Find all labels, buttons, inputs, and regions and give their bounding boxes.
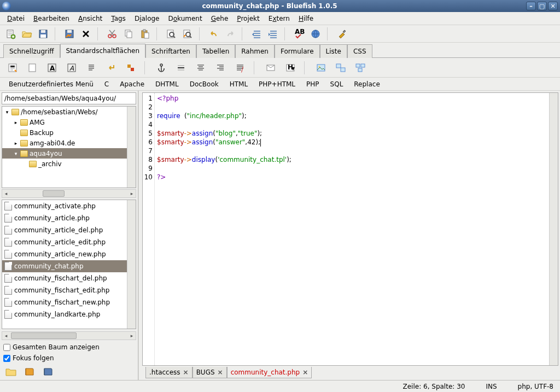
file-row[interactable]: community_landkarte.php [2,308,136,320]
file-list[interactable]: community_activate.phpcommunity_article.… [2,200,136,329]
find-icon[interactable] [164,27,178,41]
menu-gehe[interactable]: Gehe [207,13,232,24]
editor-tab[interactable]: BUGS× [192,367,227,378]
tree-scrollbar[interactable] [127,107,136,188]
maximize-button[interactable]: ▢ [537,2,547,10]
expand-icon[interactable]: ▾ [4,109,10,115]
menu-ansicht[interactable]: Ansicht [74,13,106,24]
tool-tab-formulare[interactable]: Formulare [275,44,320,58]
menu-dokument[interactable]: Dokument [165,13,206,24]
close-button[interactable]: ✕ [548,2,558,10]
sub-item-sql[interactable]: SQL [326,79,348,90]
menu-bearbeiten[interactable]: Bearbeiten [30,13,73,24]
editor[interactable]: 12345678910 <?php require ("inc/header.p… [142,92,558,366]
tool-tab-schriftarten[interactable]: Schriftarten [145,44,196,58]
hrule-icon[interactable] [173,60,189,76]
preferences-icon[interactable] [335,27,349,41]
quickstart-icon[interactable] [4,60,21,76]
tool-tab-schnellzugriff[interactable]: Schnellzugriff [3,44,60,58]
email-icon[interactable] [262,60,279,76]
redo-icon[interactable] [223,27,237,41]
code-content[interactable]: <?php require ("inc/header.php"); $smart… [155,93,558,365]
center-icon[interactable] [192,60,209,76]
sub-item-apache[interactable]: Apache [115,79,149,90]
copy-icon[interactable] [121,27,136,41]
menu-tags[interactable]: Tags [107,13,130,24]
anchor-icon[interactable] [153,60,170,76]
file-row[interactable]: community_article_new.php [2,248,136,260]
sub-item-dhtml[interactable]: DHTML [151,79,183,90]
expand-icon[interactable]: ▸ [13,141,19,146]
tree-row[interactable]: ▾/home/sebastian/Webs/ [2,107,136,117]
close-tab-icon[interactable]: × [218,368,223,376]
italic-icon[interactable]: A [63,60,80,76]
sub-item-php-html[interactable]: PHP+HTML [254,79,300,90]
tree-row[interactable]: ▸amg-abi04.de [2,138,136,148]
tool-tab-css[interactable]: CSS [347,44,372,58]
comment-icon[interactable]: / [232,60,248,76]
splitter[interactable] [138,91,142,380]
bold-icon[interactable]: A [44,60,60,76]
tool-tab-liste[interactable]: Liste [320,44,347,58]
close-tab-icon[interactable]: × [302,368,308,376]
thumbnail-icon[interactable] [332,60,349,76]
editor-tab[interactable]: community_chat.php× [227,367,312,378]
sub-item-php[interactable]: PHP [302,79,324,90]
preview-icon[interactable] [308,27,323,41]
heading-icon[interactable]: H▾ [282,60,299,76]
close-doc-icon[interactable] [79,27,93,41]
paragraph-icon[interactable] [83,60,100,76]
new-file-icon[interactable] [3,27,18,41]
minimize-button[interactable]: – [526,2,536,10]
sub-item-benutzerdefiniertes-men-[interactable]: Benutzerdefiniertes Menü [4,79,98,90]
image-icon[interactable] [313,60,329,76]
tool-tab-standardschaltflächen[interactable]: Standardschaltflächen [60,44,146,58]
menu-projekt[interactable]: Projekt [233,13,263,24]
unindent-icon[interactable] [249,27,264,41]
file-row[interactable]: community_fischart_edit.php [2,284,136,296]
save-as-icon[interactable] [62,27,77,41]
undo-icon[interactable] [207,27,221,41]
cut-icon[interactable] [105,27,119,41]
save-icon[interactable] [36,27,50,41]
indent-icon[interactable] [266,27,280,41]
tool-tab-rahmen[interactable]: Rahmen [235,44,275,58]
menu-hilfe[interactable]: Hilfe [295,13,317,24]
spellcheck-icon[interactable]: ABC [292,27,306,41]
expand-icon[interactable]: ▾ [13,151,19,156]
close-tab-icon[interactable]: × [183,368,189,376]
sub-item-replace[interactable]: Replace [349,79,384,90]
sidebar-tab-bookmarks-icon[interactable] [22,366,37,378]
sidebar-tab-files-icon[interactable] [3,366,19,378]
tree-row[interactable]: ▸AMG [2,117,136,127]
check-follow-focus[interactable]: Fokus folgen [0,353,138,364]
paste-icon[interactable] [138,27,152,41]
replace-icon[interactable] [180,27,195,41]
editor-tab[interactable]: .htaccess× [145,367,192,378]
menu-dialoge[interactable]: Dialoge [131,13,164,24]
sub-item-html[interactable]: HTML [225,79,252,90]
file-row[interactable]: community_activate.php [2,200,136,212]
tree-row[interactable]: ▾aqua4you [2,148,136,159]
file-row[interactable]: community_article.php [2,212,136,224]
body-icon[interactable] [24,60,40,76]
folder-tree[interactable]: ▾/home/sebastian/Webs/▸AMGBackup▸amg-abi… [2,106,136,188]
tool-tab-tabellen[interactable]: Tabellen [196,44,235,58]
expand-icon[interactable]: ▸ [13,120,19,125]
editor-scrollbar[interactable] [549,93,558,365]
file-row[interactable]: community_article_del.php [2,224,136,236]
break-icon[interactable] [103,60,119,76]
file-row[interactable]: community_article_edit.php [2,236,136,248]
check-full-tree[interactable]: Gesamten Baum anzeigen [0,342,138,353]
filelist-scrollbar[interactable] [127,200,136,329]
file-row[interactable]: community_fischart_del.php [2,272,136,284]
open-icon[interactable] [20,27,34,41]
tree-row[interactable]: Backup [2,127,136,138]
multiimage-icon[interactable] [352,60,369,76]
filelist-hscrollbar[interactable]: ◂▸ [2,331,136,340]
sidebar-tab-reference-icon[interactable] [40,366,56,378]
sub-item-c[interactable]: C [100,79,113,90]
file-row[interactable]: community_fischart_new.php [2,296,136,308]
rightalign-icon[interactable] [212,60,229,76]
tree-row[interactable]: _archiv [2,159,136,169]
